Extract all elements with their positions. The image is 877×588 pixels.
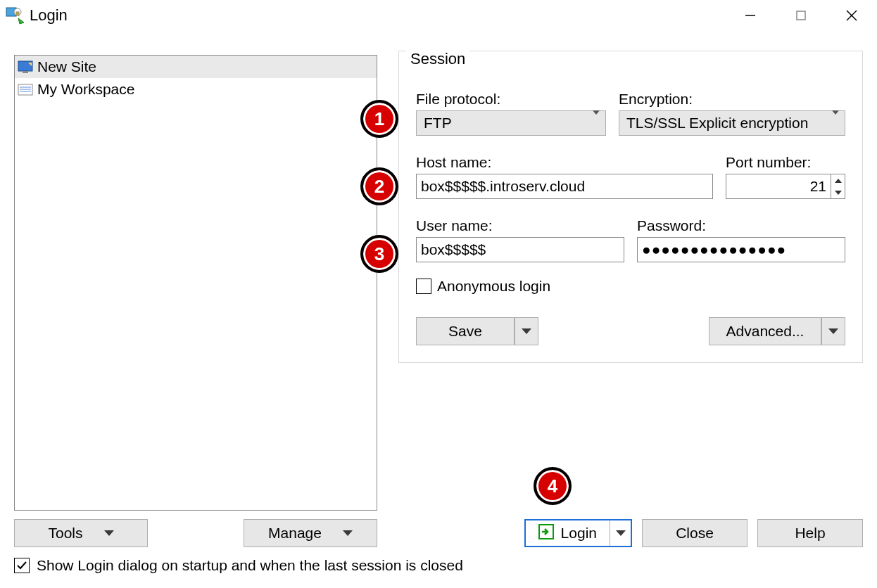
port-up-button[interactable] [831,174,845,186]
annotation-badge-3: 3 [360,235,398,273]
user-name-label: User name: [416,217,624,234]
save-button[interactable]: Save [416,317,515,345]
port-number-value: 21 [726,174,831,198]
sites-list-item[interactable]: New Site [15,56,377,78]
tools-button-label: Tools [48,525,82,542]
svg-rect-9 [23,71,28,73]
encryption-label: Encryption: [619,91,845,108]
file-protocol-label: File protocol: [416,91,606,108]
port-down-button[interactable] [831,186,845,198]
checkbox-box-icon [416,279,431,294]
chevron-down-icon [593,115,600,132]
chevron-up-icon [835,179,842,183]
user-name-input[interactable]: box$$$$$ [416,237,624,262]
sites-list-item-label: New Site [37,58,96,75]
manage-button[interactable]: Manage [244,519,377,547]
tools-button[interactable]: Tools [14,519,148,547]
anonymous-login-checkbox[interactable]: Anonymous login [416,278,845,295]
svg-rect-2 [16,12,19,15]
chevron-down-icon [828,328,838,334]
password-label: Password: [637,217,845,234]
sites-list[interactable]: New Site My Workspace [14,55,377,511]
minimize-button[interactable] [725,1,776,30]
maximize-button[interactable] [776,1,826,30]
session-group: Session File protocol: FTP Encryption: T… [398,51,863,363]
encryption-combo[interactable]: TLS/SSL Explicit encryption [619,110,845,136]
window-controls [725,1,877,30]
login-split-button[interactable]: Login [524,519,632,547]
password-input[interactable]: ●●●●●●●●●●●●●●● [637,237,845,262]
session-group-label: Session [406,50,469,68]
encryption-value: TLS/SSL Explicit encryption [626,115,808,132]
close-window-button[interactable] [826,1,877,30]
folder-list-icon [18,82,33,96]
close-button[interactable]: Close [642,519,747,547]
monitor-icon [18,60,33,74]
help-button-label: Help [795,525,825,542]
help-button[interactable]: Help [757,519,863,547]
window-title: Login [30,6,68,25]
advanced-dropdown-button[interactable] [821,317,845,345]
annotation-badge-1: 1 [360,100,398,138]
advanced-button[interactable]: Advanced... [709,317,821,345]
chevron-down-icon [835,191,842,195]
checkbox-checked-icon [14,558,30,573]
advanced-split-button[interactable]: Advanced... [709,317,845,345]
login-button[interactable]: Login [526,520,610,546]
chevron-down-icon [104,530,114,536]
show-login-startup-checkbox[interactable]: Show Login dialog on startup and when th… [14,557,463,574]
login-button-label: Login [561,525,597,542]
anonymous-login-label: Anonymous login [437,278,550,295]
host-name-input[interactable]: box$$$$$.introserv.cloud [416,174,713,199]
login-icon [538,524,554,543]
file-protocol-value: FTP [424,115,452,132]
sites-list-item[interactable]: My Workspace [15,78,377,101]
app-icon [6,6,25,25]
host-name-value: box$$$$$.introserv.cloud [421,178,585,195]
annotation-badge-4: 4 [534,467,572,505]
manage-button-label: Manage [268,525,322,542]
save-split-button[interactable]: Save [416,317,538,345]
show-login-startup-label: Show Login dialog on startup and when th… [37,557,463,574]
chevron-down-icon [343,530,353,536]
close-button-label: Close [676,525,714,542]
chevron-down-icon [616,530,626,536]
chevron-down-icon [522,328,531,334]
save-dropdown-button[interactable] [515,317,538,345]
title-bar: Login [0,0,877,31]
sites-list-item-label: My Workspace [37,81,134,98]
chevron-down-icon [832,115,839,132]
advanced-button-label: Advanced... [726,323,805,340]
port-number-input[interactable]: 21 [726,174,845,199]
file-protocol-combo[interactable]: FTP [416,110,606,136]
save-button-label: Save [448,323,482,340]
svg-rect-4 [797,11,805,20]
password-value: ●●●●●●●●●●●●●●● [642,241,786,258]
port-number-label: Port number: [726,154,845,171]
annotation-badge-2: 2 [360,167,398,205]
user-name-value: box$$$$$ [421,241,486,258]
login-dropdown-button[interactable] [610,520,631,546]
host-name-label: Host name: [416,154,713,171]
